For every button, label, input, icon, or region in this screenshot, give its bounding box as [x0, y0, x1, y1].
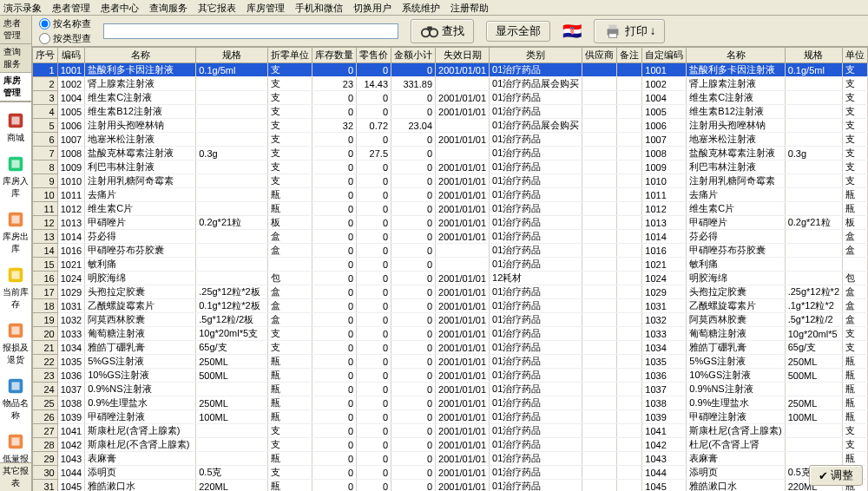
table-row[interactable]: 91010注射用乳糖阿奇霉素支0002001/01/0101治疗药品1010注射…	[32, 174, 867, 188]
svg-rect-11	[11, 382, 19, 390]
table-row[interactable]: 301044添明页0.5克支0002001/01/0101治疗药品1044添明页…	[32, 466, 867, 480]
column-header[interactable]: 金额小计	[391, 48, 436, 63]
table-row[interactable]: 211034雅皓丁硼乳膏65g/支支0002001/01/0101治疗药品103…	[32, 341, 867, 355]
table-row[interactable]: 291043表麻膏瓶0002001/01/0101治疗药品1043表麻膏瓶	[32, 452, 867, 466]
nav-icon	[6, 321, 25, 340]
table-row[interactable]: 2510380.9%生理盐水250ML瓶0002001/01/0101治疗药品1…	[32, 396, 867, 410]
table-row[interactable]: 121013甲硝唑片0.2g*21粒板0002001/01/0101治疗药品10…	[32, 216, 867, 230]
table-row[interactable]: 2210355%GS注射液250ML瓶0002001/01/0101治疗药品10…	[32, 355, 867, 369]
top-menu: 演示录象患者管理患者中心查询服务其它报表库房管理手机和微信切换用户系统维护注册帮…	[0, 0, 868, 16]
column-header[interactable]: 名称	[687, 48, 785, 63]
adjust-button[interactable]: ✔ 调整	[809, 465, 863, 486]
table-row[interactable]: 171029头孢拉定胶囊.25g*12粒*2板盒0002001/01/0101治…	[32, 285, 867, 299]
table-row[interactable]: 2410370.9%NS注射液瓶0002001/01/0101治疗药品10370…	[32, 383, 867, 396]
nav-icon	[6, 376, 25, 396]
table-row[interactable]: 141016甲硝唑芬布芬胶囊盒00001治疗药品1016甲硝唑芬布芬胶囊盒	[32, 244, 867, 258]
table-row[interactable]: 101011去痛片瓶0002001/01/0101治疗药品1011去痛片瓶	[32, 188, 867, 202]
table-row[interactable]: 31004维生素C注射液支0002001/01/0101治疗药品1004维生素C…	[32, 91, 867, 105]
table-row[interactable]: 23103610%GS注射液500ML瓶0002001/01/0101治疗药品1…	[32, 369, 867, 383]
nav-icon	[6, 432, 25, 451]
column-header[interactable]: 单位	[843, 48, 868, 63]
column-header[interactable]: 规格	[196, 48, 268, 63]
column-header[interactable]: 供应商	[582, 48, 617, 63]
menu-item[interactable]: 注册帮助	[450, 2, 489, 13]
radio-by-type[interactable]: 按类型查	[39, 32, 91, 45]
column-header[interactable]: 自定编码	[642, 48, 687, 63]
table-row[interactable]: 151021敏利痛00001治疗药品1021敏利痛	[32, 258, 867, 272]
svg-rect-19	[608, 24, 616, 29]
nav-item[interactable]: 当前库存	[0, 260, 31, 316]
nav-item[interactable]: 报损及退货	[0, 316, 31, 371]
nav-item[interactable]: 物品名称	[0, 371, 31, 427]
table-row[interactable]: 311045雅皓漱口水220ML瓶0002001/01/0101治疗药品1045…	[32, 480, 867, 492]
column-header[interactable]: 零售价	[357, 48, 391, 63]
left-nav: 商城库房入库库房出库当前库存报损及退货物品名称低量报警进货申请表	[0, 102, 31, 462]
left-tabs: 患者管理查询服务库房管理	[0, 16, 31, 102]
menu-item[interactable]: 查询服务	[149, 2, 187, 13]
table-row[interactable]: 161024明胶海绵包0002001/01/0112耗材1024明胶海绵包	[32, 272, 867, 285]
svg-rect-7	[11, 271, 19, 278]
column-header[interactable]: 规格	[785, 48, 842, 63]
left-tab[interactable]: 库房管理	[0, 73, 31, 101]
table-row[interactable]: 281042斯康杜尼(不含肾上腺素)支0002001/01/0101治疗药品10…	[32, 438, 867, 452]
nav-icon	[6, 210, 25, 229]
table-row[interactable]: 271041斯康杜尼(含肾上腺素)支0002001/01/0101治疗药品104…	[32, 424, 867, 438]
svg-point-17	[430, 29, 437, 36]
menu-item[interactable]: 系统维护	[402, 2, 440, 13]
menu-item[interactable]: 演示录象	[3, 2, 42, 13]
menu-item[interactable]: 患者管理	[52, 2, 90, 13]
print-button[interactable]: 打印↓	[594, 19, 666, 43]
column-header[interactable]: 名称	[85, 48, 196, 63]
search-button[interactable]: 查找	[411, 19, 474, 43]
column-header[interactable]: 失效日期	[436, 48, 490, 63]
menu-item[interactable]: 库房管理	[247, 2, 285, 13]
column-header[interactable]: 折零单位	[268, 48, 312, 63]
table-row[interactable]: 111012维生素C片瓶0002001/01/0101治疗药品1012维生素C片…	[32, 202, 867, 216]
table-row[interactable]: 71008盐酸克林霉素注射液0.3g支027.5001治疗药品1008盐酸克林霉…	[32, 147, 867, 160]
nav-item[interactable]: 库房出库	[0, 205, 31, 260]
table-row[interactable]: 81009利巴韦林注射液支0002001/01/0101治疗药品1009利巴韦林…	[32, 160, 867, 174]
table-row[interactable]: 61007地塞米松注射液支0002001/01/0101治疗药品1007地塞米松…	[32, 133, 867, 147]
menu-item[interactable]: 患者中心	[101, 2, 139, 13]
svg-point-16	[422, 29, 430, 36]
table-row[interactable]: 191032阿莫西林胶囊.5g*12粒/2板盒0002001/01/0101治疗…	[32, 313, 867, 327]
nav-item[interactable]: 低量报警	[0, 427, 31, 462]
search-input[interactable]	[103, 23, 398, 39]
nav-icon	[6, 154, 25, 173]
left-tab[interactable]: 患者管理	[0, 16, 31, 44]
radio-by-name[interactable]: 按名称查	[39, 17, 91, 30]
left-panel: 患者管理查询服务库房管理 商城库房入库库房出库当前库存报损及退货物品名称低量报警…	[0, 16, 32, 491]
table-row[interactable]: 181031乙酰螺旋霉素片0.1g*12粒*2板盒0002001/01/0101…	[32, 299, 867, 313]
svg-rect-1	[11, 116, 19, 124]
show-all-button[interactable]: 显示全部	[486, 21, 550, 42]
table-row[interactable]: 51006注射用头孢唑林钠支320.7223.0401治疗药品展会购买1006注…	[32, 119, 867, 133]
menu-item[interactable]: 手机和微信	[295, 2, 343, 13]
svg-rect-20	[608, 33, 616, 37]
binoculars-icon	[420, 22, 439, 41]
svg-rect-3	[11, 160, 19, 167]
column-header[interactable]: 备注	[617, 48, 642, 63]
svg-rect-13	[11, 437, 19, 445]
table-row[interactable]: 21002肾上腺素注射液支2314.43331.8901治疗药品展会购买1002…	[32, 77, 867, 91]
column-header[interactable]: 编码	[57, 48, 84, 63]
column-header[interactable]: 库存数量	[312, 48, 357, 63]
table-row[interactable]: 11001盐酸利多卡因注射液0.1g/5ml支0002001/01/0101治疗…	[32, 63, 867, 77]
nav-icon	[6, 265, 25, 285]
left-bottom-tab[interactable]: 其它报表	[0, 462, 31, 491]
column-header[interactable]: 序号	[32, 48, 57, 63]
nav-icon	[6, 111, 25, 130]
menu-item[interactable]: 其它报表	[198, 2, 236, 13]
svg-rect-9	[11, 326, 19, 334]
left-tab[interactable]: 查询服务	[0, 44, 31, 73]
column-header[interactable]: 类别	[490, 48, 582, 63]
printer-icon	[603, 22, 622, 41]
menu-item[interactable]: 切换用户	[353, 2, 391, 13]
nav-item[interactable]: 商城	[0, 106, 31, 149]
nav-item[interactable]: 库房入库	[0, 149, 31, 205]
flag-icon: 🇭🇷	[562, 22, 582, 41]
data-grid[interactable]: 序号编码名称规格折零单位库存数量零售价金额小计失效日期类别供应商备注自定编码名称…	[32, 47, 868, 491]
table-row[interactable]: 131014芬必得盒0002001/01/0101治疗药品1014芬必得盒	[32, 230, 867, 244]
table-row[interactable]: 261039甲硝唑注射液100ML瓶0002001/01/0101治疗药品103…	[32, 410, 867, 424]
table-row[interactable]: 41005维生素B12注射液支0002001/01/0101治疗药品1005维生…	[32, 105, 867, 119]
table-row[interactable]: 201033葡萄糖注射液10g*20ml*5支支0002001/01/0101治…	[32, 327, 867, 341]
